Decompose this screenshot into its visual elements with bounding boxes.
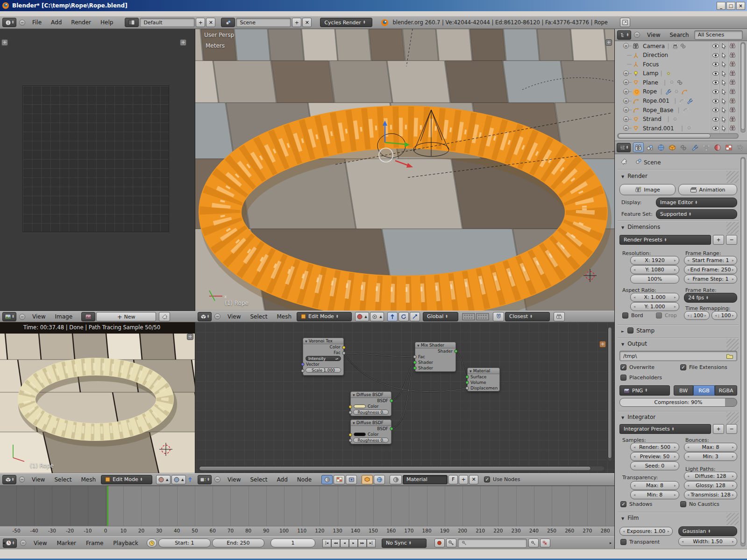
file-extensions-checkbox[interactable]: ✓File Extensions (680, 364, 727, 370)
color-swatch[interactable] (354, 432, 366, 436)
jump-first-button[interactable]: |◂ (322, 539, 331, 547)
screen-layout-icon[interactable] (125, 18, 139, 27)
menu-frame[interactable]: Frame (82, 539, 107, 547)
shader-object-button[interactable] (362, 475, 373, 484)
bounces-min[interactable]: Min: 3 (684, 452, 737, 461)
shader-tree-material-button[interactable] (321, 475, 333, 484)
remove-preset-button[interactable]: − (726, 235, 737, 245)
properties-vscrollbar[interactable] (740, 157, 746, 546)
editor-type-3dview-button[interactable]: ▴▾ (2, 475, 16, 484)
insert-keyframe-button[interactable] (528, 539, 539, 547)
end-frame[interactable]: End Frame: 250 (684, 265, 737, 274)
keying-set-field[interactable] (458, 539, 527, 548)
node-diffuse-bsdf-2[interactable]: ▼Diffuse BSDF BSDF Color Roughness 0. (350, 419, 391, 444)
tab-material[interactable] (712, 142, 723, 152)
filter-type-select[interactable]: Gaussian▴▾ (678, 526, 737, 536)
resolution-percentage[interactable]: 100% (630, 275, 679, 284)
expand-icon[interactable]: + (623, 116, 629, 122)
uv-image-editor[interactable]: + + (0, 29, 195, 311)
samples-preview[interactable]: Preview: 50 (630, 452, 679, 461)
visibility-eye-icon[interactable] (712, 53, 719, 58)
expand-icon[interactable]: + (623, 79, 629, 85)
no-caustics-checkbox[interactable]: No Caustics (680, 501, 719, 507)
close-button[interactable]: × (736, 2, 745, 10)
minimize-button[interactable]: _ (717, 2, 726, 10)
renderable-camera-icon[interactable] (729, 116, 736, 122)
selectable-cursor-icon[interactable] (721, 98, 727, 105)
visibility-eye-icon[interactable] (712, 80, 719, 85)
selectable-cursor-icon[interactable] (721, 89, 727, 95)
menu-file[interactable]: File (28, 18, 46, 27)
remap-old[interactable]: : 100 (684, 311, 710, 320)
render-opengl-icon[interactable] (554, 312, 565, 321)
output-path-field[interactable]: /tmp\ (619, 351, 737, 361)
scene-selector-icon[interactable] (221, 18, 235, 27)
prev-keyframe-button[interactable]: ◂◂ (331, 539, 340, 547)
tab-constraints[interactable] (678, 142, 689, 152)
node-hscrollbar[interactable] (198, 466, 605, 471)
render-engine-select[interactable]: Cycles Render▴▾ (320, 18, 372, 27)
visibility-eye-icon[interactable] (712, 126, 719, 131)
selectable-cursor-icon[interactable] (721, 43, 727, 50)
tab-modifiers[interactable] (690, 142, 700, 152)
selectable-cursor-icon[interactable] (721, 71, 727, 77)
viewport-3d[interactable]: x User Persp Meters (1) Rope + (195, 29, 614, 311)
delete-keyframe-button[interactable] (540, 539, 550, 547)
outliner-item-plane[interactable]: +Plane| (615, 78, 747, 87)
menu-playback[interactable]: Playback (109, 539, 142, 547)
transparent-checkbox[interactable]: Transparent (620, 539, 660, 545)
new-image-button[interactable]: +New (96, 312, 156, 321)
editor-type-timeline-button[interactable]: ▴▾ (3, 539, 17, 548)
visibility-eye-icon[interactable] (712, 43, 719, 49)
panel-render-title[interactable]: Render (621, 173, 647, 179)
overwrite-checkbox[interactable]: ✓Overwrite (620, 364, 655, 370)
visibility-eye-icon[interactable] (712, 89, 719, 94)
snap-target-select[interactable]: Closest▴▾ (505, 312, 550, 321)
add-layout-button[interactable]: + (196, 18, 205, 27)
screen-layout-field[interactable]: Default (140, 18, 195, 27)
shader-tree-compositing-button[interactable] (346, 475, 357, 484)
region-expand-tab[interactable]: + (187, 333, 193, 340)
pin-icon[interactable] (159, 312, 170, 321)
collapse-node-icon[interactable]: ▼ (353, 393, 355, 397)
outliner-item-focus[interactable]: Focus (615, 60, 747, 69)
node-editor[interactable]: ▼Voronoi Tex Color Fac Intensity▴▾ Vecto… (195, 322, 614, 473)
menu-render[interactable]: Render (67, 18, 95, 27)
samples-render[interactable]: Render: 500 (630, 443, 679, 452)
menu-select[interactable]: Select (246, 312, 271, 321)
collapse-menus-icon[interactable]: − (19, 20, 25, 26)
selectable-cursor-icon[interactable] (721, 116, 727, 123)
collapse-menus-icon[interactable]: − (19, 476, 25, 482)
add-scene-button[interactable]: + (292, 18, 301, 27)
menu-help[interactable]: Help (96, 18, 117, 27)
collapse-menus-icon[interactable]: − (20, 540, 26, 546)
tab-texture[interactable] (724, 142, 734, 152)
editor-type-image-button[interactable]: ▴▾ (2, 312, 16, 321)
visibility-eye-icon[interactable] (712, 99, 719, 104)
scene-name-field[interactable]: Scene (236, 18, 291, 27)
expand-icon[interactable]: + (623, 89, 629, 94)
visibility-eye-icon[interactable] (712, 117, 719, 122)
menu-search[interactable]: Search (665, 31, 693, 39)
resolution-x[interactable]: X: 1920 (630, 256, 679, 265)
use-nodes-checkbox[interactable]: ✓Use Nodes (484, 476, 520, 482)
start-frame-field[interactable]: Start: 1 (158, 539, 211, 547)
keying-icon[interactable] (446, 539, 456, 547)
selectable-cursor-icon[interactable] (721, 52, 727, 59)
collapse-menus-icon[interactable]: − (19, 314, 25, 320)
renderable-camera-icon[interactable] (729, 43, 736, 49)
node-voronoi-tex[interactable]: ▼Voronoi Tex Color Fac Intensity▴▾ Vecto… (303, 338, 344, 376)
window-duplicate-icon[interactable] (620, 18, 630, 27)
collapse-node-icon[interactable]: ▼ (305, 340, 307, 343)
collapse-node-icon[interactable]: ▼ (470, 369, 472, 373)
outliner-item-direction[interactable]: Direction (615, 51, 747, 60)
mode-select[interactable]: Edit Mode▴▾ (101, 475, 152, 484)
preview-range-clock-icon[interactable] (147, 539, 157, 547)
collapse-menus-icon[interactable]: − (634, 32, 640, 38)
paths-glossy[interactable]: Glossy: 128 (684, 481, 737, 490)
renderable-camera-icon[interactable] (729, 107, 736, 113)
remap-new[interactable]: : 100 (711, 311, 737, 320)
editor-type-properties-button[interactable]: ▴▾ (617, 143, 631, 152)
record-button[interactable] (434, 539, 445, 547)
panel-output-title[interactable]: Output (621, 340, 647, 347)
